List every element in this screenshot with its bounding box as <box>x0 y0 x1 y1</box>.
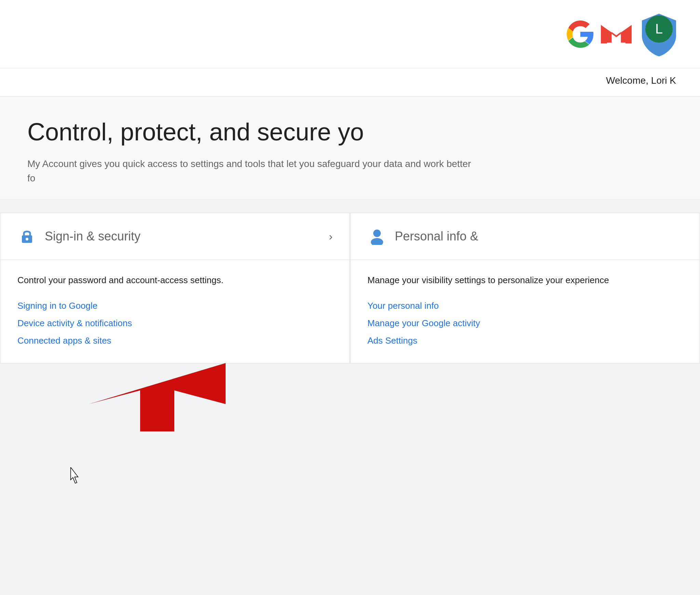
personal-info-card-header[interactable]: Personal info & <box>350 213 700 260</box>
svg-point-4 <box>371 238 383 245</box>
account-avatar[interactable]: L <box>638 12 679 56</box>
cursor-icon <box>68 467 82 484</box>
personal-info-description: Manage your visibility settings to perso… <box>367 274 683 287</box>
signing-in-to-google-link[interactable]: Signing in to Google <box>17 301 333 311</box>
sign-in-security-description: Control your password and account-access… <box>17 274 333 287</box>
hero-section: Control, protect, and secure yo My Accou… <box>0 97 700 199</box>
personal-info-card-body: Manage your visibility settings to perso… <box>350 260 700 363</box>
page-title: Control, protect, and secure yo <box>27 117 673 147</box>
gmail-logo-icon[interactable] <box>601 20 632 48</box>
person-icon <box>367 227 387 246</box>
sign-in-security-links: Signing in to Google Device activity & n… <box>17 301 333 346</box>
svg-point-2 <box>26 238 28 240</box>
avatar-letter: L <box>645 15 673 43</box>
google-logo-icon[interactable] <box>567 20 594 48</box>
ads-settings-link[interactable]: Ads Settings <box>367 335 683 346</box>
cards-grid: Sign-in & security › Control your passwo… <box>0 213 700 363</box>
svg-marker-6 <box>89 363 226 431</box>
sign-in-security-card: Sign-in & security › Control your passwo… <box>0 213 350 363</box>
lock-icon <box>17 227 37 246</box>
your-personal-info-link[interactable]: Your personal info <box>367 301 683 311</box>
personal-info-title: Personal info & <box>395 229 683 244</box>
page-subtitle: My Account gives you quick access to set… <box>27 157 472 185</box>
header-icons: L <box>567 12 679 56</box>
svg-point-3 <box>373 230 381 237</box>
device-activity-notifications-link[interactable]: Device activity & notifications <box>17 318 333 329</box>
manage-google-activity-link[interactable]: Manage your Google activity <box>367 318 683 329</box>
personal-info-links: Your personal info Manage your Google ac… <box>367 301 683 346</box>
welcome-text: Welcome, Lori K <box>0 68 700 97</box>
header: L <box>0 0 700 68</box>
main-content: Control, protect, and secure yo My Accou… <box>0 97 700 363</box>
sign-in-security-card-body: Control your password and account-access… <box>0 260 350 363</box>
sign-in-security-chevron: › <box>329 230 333 243</box>
personal-info-card: Personal info & Manage your visibility s… <box>350 213 700 363</box>
sign-in-security-title: Sign-in & security <box>45 229 329 244</box>
connected-apps-sites-link[interactable]: Connected apps & sites <box>17 335 333 346</box>
sign-in-security-card-header[interactable]: Sign-in & security › <box>0 213 350 260</box>
